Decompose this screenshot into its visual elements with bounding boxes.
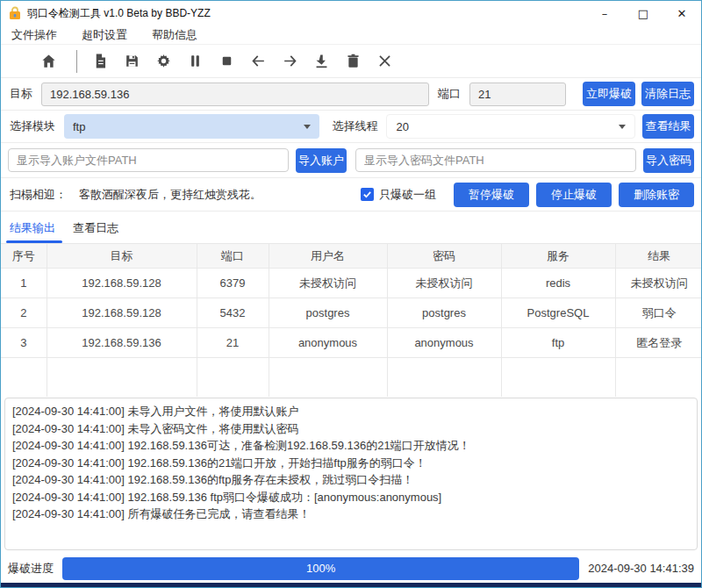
cell-password: postgres <box>387 298 501 328</box>
cell-password: 未授权访问 <box>387 269 501 298</box>
cell-service: redis <box>501 269 615 298</box>
back-arrow-icon[interactable] <box>249 52 268 70</box>
greeting-text: 客散酒醒深夜后，更持红烛赏残花。 <box>79 187 261 203</box>
toolbar <box>1 45 701 78</box>
toolbar-divider <box>76 50 77 73</box>
pause-icon[interactable] <box>186 52 204 70</box>
cell-service: PostgreSQL <box>501 298 615 328</box>
chevron-down-icon <box>619 125 626 129</box>
log-area: [2024-09-30 14:41:00] 未导入用户文件，将使用默认账户 [2… <box>1 396 701 554</box>
table-empty-row <box>1 358 702 397</box>
table-row[interactable]: 2 192.168.59.128 5432 postgres postgres … <box>1 298 702 328</box>
col-password: 密码 <box>387 244 501 269</box>
port-input[interactable] <box>469 82 566 106</box>
file-icon[interactable] <box>91 52 110 70</box>
log-line: [2024-09-30 14:41:00] 192.168.59.136的ftp… <box>12 471 690 489</box>
cell-target: 192.168.59.136 <box>47 328 197 358</box>
cell-port: 21 <box>197 328 269 358</box>
log-line: [2024-09-30 14:41:00] 所有爆破任务已完成，请查看结果！ <box>12 506 690 523</box>
progress-bar: 100% <box>62 557 579 580</box>
menu-timeout-settings[interactable]: 超时设置 <box>80 27 138 43</box>
menu-file-ops[interactable]: 文件操作 <box>10 27 68 43</box>
cell-target: 192.168.59.128 <box>47 298 197 328</box>
tab-result-output[interactable]: 结果输出 <box>8 215 57 243</box>
maximize-button[interactable]: □ <box>624 1 663 25</box>
close-x-icon[interactable] <box>376 52 394 70</box>
menu-help-info[interactable]: 帮助信息 <box>150 27 208 43</box>
app-lock-icon <box>8 6 22 20</box>
trash-icon[interactable] <box>344 52 362 70</box>
minimize-button[interactable]: – <box>585 1 624 25</box>
password-path-input[interactable] <box>355 148 636 172</box>
view-results-button[interactable]: 查看结果 <box>642 114 694 139</box>
table-header-row: 序号 目标 端口 用户名 密码 服务 结果 <box>1 244 702 269</box>
single-group-checkbox[interactable] <box>361 188 374 201</box>
cell-target: 192.168.59.128 <box>47 269 197 298</box>
single-group-checkbox-label: 只爆破一组 <box>379 187 436 203</box>
import-account-button[interactable]: 导入账户 <box>296 148 347 173</box>
pause-brute-button[interactable]: 暂停爆破 <box>454 183 529 207</box>
cell-username: postgres <box>269 298 387 328</box>
log-line: [2024-09-30 14:41:00] 未导入用户文件，将使用默认账户 <box>12 403 690 420</box>
thread-select-value: 20 <box>396 120 619 133</box>
stop-icon[interactable] <box>218 52 236 70</box>
log-output-box[interactable]: [2024-09-30 14:41:00] 未导入用户文件，将使用默认账户 [2… <box>4 398 698 550</box>
results-table-area: 序号 目标 端口 用户名 密码 服务 结果 1 192.168.59.128 6… <box>1 243 701 396</box>
col-port: 端口 <box>197 244 269 269</box>
cell-port: 5432 <box>197 298 269 328</box>
clear-log-button[interactable]: 清除日志 <box>641 82 694 106</box>
titlebar: 弱口令检测工具 v1.0 Beta by BBD-YZZ – □ ✕ <box>1 1 701 25</box>
chevron-down-icon <box>304 125 311 129</box>
cell-port: 6379 <box>197 269 269 298</box>
menubar: 文件操作 超时设置 帮助信息 <box>1 25 701 45</box>
cell-username: anonymous <box>269 328 387 358</box>
home-icon[interactable] <box>39 52 58 70</box>
log-line: [2024-09-30 14:41:00] 192.168.59.136 ftp… <box>12 489 690 506</box>
log-line: [2024-09-30 14:41:00] 192.168.59.136的21端… <box>12 455 690 472</box>
log-line: [2024-09-30 14:41:00] 192.168.59.136可达，准… <box>12 437 690 455</box>
import-row: 导入账户 导入密码 <box>1 143 701 178</box>
save-icon[interactable] <box>123 52 141 70</box>
module-select[interactable]: ftp <box>64 114 319 139</box>
close-button[interactable]: ✕ <box>663 1 701 25</box>
start-brute-button[interactable]: 立即爆破 <box>583 82 635 106</box>
stop-brute-button[interactable]: 停止爆破 <box>536 183 612 207</box>
col-service: 服务 <box>501 244 615 269</box>
col-target: 目标 <box>47 244 197 269</box>
tab-view-log[interactable]: 查看日志 <box>71 215 120 243</box>
target-label: 目标 <box>10 86 32 102</box>
forward-arrow-icon[interactable] <box>281 52 299 70</box>
cell-index: 3 <box>1 328 47 358</box>
options-row: 扫榻相迎： 客散酒醒深夜后，更持红烛赏残花。 只爆破一组 暂停爆破 停止爆破 删… <box>1 178 701 212</box>
gear-icon[interactable] <box>154 52 173 70</box>
table-row[interactable]: 1 192.168.59.128 6379 未授权访问 未授权访问 redis … <box>1 269 702 298</box>
thread-select[interactable]: 20 <box>386 114 635 139</box>
cell-result: 弱口令 <box>615 298 702 328</box>
import-password-button[interactable]: 导入密码 <box>643 148 694 173</box>
target-input[interactable] <box>41 82 429 106</box>
cell-service: ftp <box>501 328 615 358</box>
greeting-label: 扫榻相迎： <box>10 187 67 203</box>
cell-index: 1 <box>1 269 47 298</box>
download-icon[interactable] <box>312 52 331 70</box>
results-table: 序号 目标 端口 用户名 密码 服务 结果 1 192.168.59.128 6… <box>1 243 702 397</box>
log-line: [2024-09-30 14:41:00] 未导入密码文件，将使用默认密码 <box>12 420 690 438</box>
progress-value: 100% <box>306 562 335 575</box>
cell-result: 未授权访问 <box>615 269 702 298</box>
port-label: 端口 <box>438 86 461 102</box>
module-label: 选择模块 <box>10 118 55 134</box>
col-username: 用户名 <box>269 244 387 269</box>
tab-bar: 结果输出 查看日志 <box>1 212 701 243</box>
account-path-input[interactable] <box>8 148 289 172</box>
col-index: 序号 <box>1 244 47 269</box>
window-bottom-edge <box>1 583 701 588</box>
table-row[interactable]: 3 192.168.59.136 21 anonymous anonymous … <box>1 328 702 358</box>
window-title: 弱口令检测工具 v1.0 Beta by BBD-YZZ <box>27 6 211 21</box>
cell-password: anonymous <box>387 328 501 358</box>
progress-fill: 100% <box>62 557 579 580</box>
target-row: 目标 端口 立即爆破 清除日志 <box>1 78 701 111</box>
single-group-checkbox-wrap: 只爆破一组 <box>361 187 447 203</box>
status-timestamp: 2024-09-30 14:41:39 <box>588 562 694 575</box>
delete-credentials-button[interactable]: 删除账密 <box>619 183 694 207</box>
thread-label: 选择线程 <box>332 118 377 134</box>
